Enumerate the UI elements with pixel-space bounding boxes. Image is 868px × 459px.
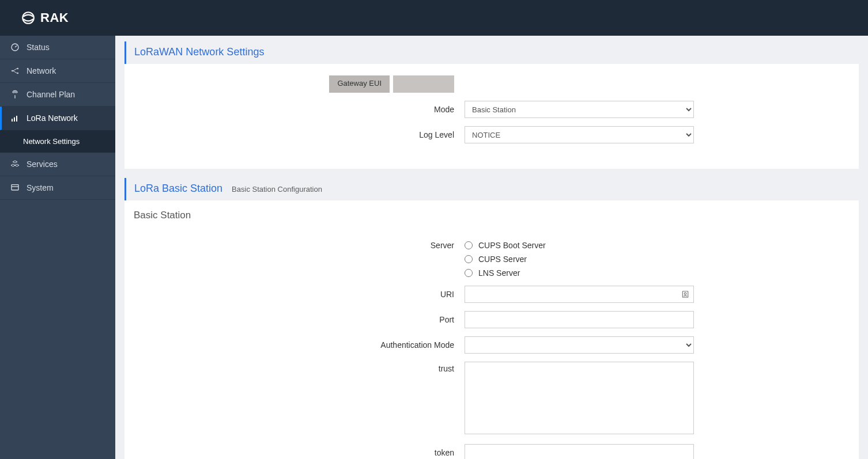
topbar: RAK xyxy=(0,0,868,36)
auth-select[interactable] xyxy=(465,336,694,354)
radio-lns[interactable]: LNS Server xyxy=(465,268,847,278)
row-trust: trust xyxy=(136,362,847,436)
svg-point-3 xyxy=(17,68,18,70)
radio-cups-boot[interactable]: CUPS Boot Server xyxy=(465,241,847,250)
sidebar-item-services[interactable]: Services xyxy=(0,153,115,176)
panel-body-lorawan: Gateway EUI Mode Basic Station Log Level xyxy=(124,64,859,169)
uri-label: URI xyxy=(136,290,465,299)
main-content: LoRaWAN Network Settings Gateway EUI Mod… xyxy=(115,36,868,459)
gateway-eui-cell: Gateway EUI xyxy=(136,75,465,93)
system-icon xyxy=(10,183,20,192)
brand-name: RAK xyxy=(40,10,69,25)
antenna-icon xyxy=(10,90,20,99)
server-radio-group: CUPS Boot Server CUPS Server LNS Server xyxy=(465,240,847,278)
sidebar-item-label: Services xyxy=(27,160,58,169)
row-server: Server CUPS Boot Server CUPS Server xyxy=(136,240,847,278)
panel-body-basicstation: Server CUPS Boot Server CUPS Server xyxy=(124,228,859,459)
panel-header-lorawan: LoRaWAN Network Settings xyxy=(124,41,859,64)
loglevel-select[interactable]: NOTICE xyxy=(465,126,694,143)
row-token: token xyxy=(136,444,847,459)
radio-label: LNS Server xyxy=(478,268,520,278)
sidebar-subitem-network-settings[interactable]: Network Settings xyxy=(0,130,115,153)
sidebar: Status Network Channel Plan LoRa Network… xyxy=(0,36,115,459)
cubes-icon xyxy=(10,160,20,169)
radio-label: CUPS Boot Server xyxy=(478,241,546,250)
gateway-eui-label: Gateway EUI xyxy=(329,75,390,93)
section-subheading: Basic Station xyxy=(124,200,859,228)
sidebar-item-lora-network[interactable]: LoRa Network xyxy=(0,107,115,130)
sidebar-subitem-label: Network Settings xyxy=(23,137,80,146)
sidebar-item-network[interactable]: Network xyxy=(0,59,115,83)
port-label: Port xyxy=(136,315,465,324)
row-auth: Authentication Mode xyxy=(136,336,847,354)
panel-title: LoRaWAN Network Settings xyxy=(134,46,264,58)
svg-rect-6 xyxy=(14,117,15,122)
token-label: token xyxy=(136,448,465,457)
network-icon xyxy=(10,66,20,75)
row-loglevel: Log Level NOTICE xyxy=(136,126,847,143)
panel-title: LoRa Basic Station xyxy=(134,183,222,195)
trust-textarea[interactable] xyxy=(465,362,694,434)
sidebar-item-system[interactable]: System xyxy=(0,176,115,200)
port-input[interactable] xyxy=(465,311,694,328)
svg-point-4 xyxy=(17,73,18,74)
svg-point-2 xyxy=(12,70,13,72)
row-mode: Mode Basic Station xyxy=(136,101,847,118)
sidebar-item-label: Channel Plan xyxy=(27,90,75,99)
radio-label: CUPS Server xyxy=(478,255,527,264)
gateway-eui-value xyxy=(393,75,454,93)
sidebar-item-label: LoRa Network xyxy=(27,113,78,123)
brand-mark-icon xyxy=(21,10,36,25)
mode-select[interactable]: Basic Station xyxy=(465,101,694,118)
row-uri: URI xyxy=(136,286,847,303)
svg-point-0 xyxy=(22,12,34,24)
row-port: Port xyxy=(136,311,847,328)
svg-rect-5 xyxy=(12,119,13,122)
auth-label: Authentication Mode xyxy=(136,340,465,350)
panel-header-basicstation: LoRa Basic Station Basic Station Configu… xyxy=(124,178,859,200)
mode-label: Mode xyxy=(136,105,465,114)
row-gateway-eui: Gateway EUI xyxy=(136,75,847,93)
sidebar-item-label: Network xyxy=(27,66,56,75)
server-label: Server xyxy=(136,240,465,250)
brand-logo: RAK xyxy=(21,10,69,25)
sidebar-item-status[interactable]: Status xyxy=(0,36,115,59)
radio-cups[interactable]: CUPS Server xyxy=(465,255,847,264)
sidebar-item-label: Status xyxy=(27,43,50,52)
trust-label: trust xyxy=(136,362,465,373)
svg-rect-8 xyxy=(12,185,18,190)
sidebar-item-channel-plan[interactable]: Channel Plan xyxy=(0,83,115,107)
panel-subtitle: Basic Station Configuration xyxy=(232,185,322,194)
uri-input[interactable] xyxy=(465,286,694,303)
token-input[interactable] xyxy=(465,444,694,459)
bars-icon xyxy=(10,113,20,123)
radio-input[interactable] xyxy=(465,241,473,249)
radio-input[interactable] xyxy=(465,255,473,263)
sidebar-item-label: System xyxy=(27,183,54,192)
loglevel-label: Log Level xyxy=(136,130,465,139)
svg-rect-7 xyxy=(16,116,17,122)
gauge-icon xyxy=(10,43,20,52)
radio-input[interactable] xyxy=(465,269,473,277)
